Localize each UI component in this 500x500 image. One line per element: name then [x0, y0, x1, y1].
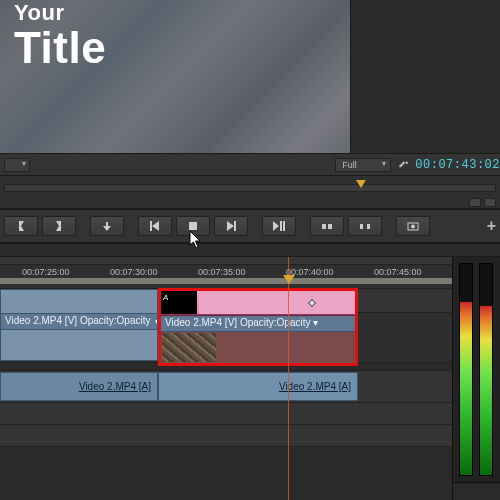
playhead-line[interactable] [288, 257, 289, 500]
time-label: 00:07:45:00 [372, 267, 452, 277]
title-line-2: Title [14, 26, 106, 70]
clip-name: Video 2.MP4 [A] [79, 381, 151, 392]
chevron-down-icon[interactable]: ▾ [313, 317, 318, 328]
track-a2[interactable] [0, 403, 452, 425]
zoom-level-dropdown[interactable] [4, 158, 30, 172]
program-timecode: 00:07:43:02 [415, 158, 500, 172]
meter-left [459, 263, 473, 476]
track-v1[interactable]: Video 2.MP4 [V] Opacity:Opacity ▾ Video … [0, 313, 452, 363]
svg-point-6 [411, 225, 415, 229]
selected-clip-group[interactable]: Video 2.MP4 [V] Opacity:Opacity ▾ [158, 288, 358, 366]
title-thumb-icon [161, 291, 197, 314]
play-stop-button[interactable] [176, 216, 210, 236]
button-editor-icon[interactable]: + [487, 217, 496, 235]
video-thumb-icon [162, 333, 216, 362]
track-a4[interactable] [0, 447, 452, 500]
step-forward-button[interactable] [214, 216, 248, 236]
output-button[interactable] [484, 198, 496, 207]
time-label: 00:07:25:00 [20, 267, 108, 277]
tracks-area: Video 2.MP4 [V] Opacity:Opacity ▾ Video … [0, 289, 452, 500]
settings-wrench-icon[interactable] [397, 159, 409, 171]
resolution-label: Full [342, 160, 357, 170]
time-label: 00:07:30:00 [108, 267, 196, 277]
svg-rect-1 [322, 224, 326, 229]
meter-right [479, 263, 493, 476]
export-frame-button[interactable] [396, 216, 430, 236]
mark-out-button[interactable] [42, 216, 76, 236]
time-ruler-labels: 00:07:25:00 00:07:30:00 00:07:35:00 00:0… [0, 267, 452, 277]
resolution-dropdown[interactable]: Full [335, 158, 391, 172]
transport-bar: + [0, 209, 500, 243]
scrub-track[interactable] [4, 184, 496, 192]
clip-name: Video 2.MP4 [V] [165, 317, 237, 328]
clip-name: Video 2.MP4 [A] [279, 381, 351, 392]
program-monitor-bar: Full 00:07:43:02 [0, 153, 500, 175]
mark-in-button[interactable] [4, 216, 38, 236]
clip-name: Video 2.MP4 [V] [5, 315, 77, 326]
keyframe-icon[interactable] [308, 298, 316, 306]
playhead-icon[interactable] [283, 275, 295, 284]
audio-clip[interactable]: Video 2.MP4 [A] [0, 372, 158, 401]
program-monitor: Your Title Full 00:07:43:02 [0, 0, 500, 175]
title-overlay: Your Title [14, 2, 106, 70]
video-clip[interactable]: Video 2.MP4 [V] Opacity:Opacity ▾ Video … [0, 289, 158, 361]
audio-clip[interactable]: Video 2.MP4 [A] [158, 372, 358, 401]
extract-button[interactable] [348, 216, 382, 236]
svg-rect-2 [328, 224, 332, 229]
timeline-panel[interactable]: 00:07:25:00 00:07:30:00 00:07:35:00 00:0… [0, 257, 452, 500]
time-ruler[interactable]: 00:07:25:00 00:07:30:00 00:07:35:00 00:0… [0, 257, 452, 289]
video-clip[interactable]: Video 2.MP4 [V] Opacity:Opacity ▾ [161, 315, 355, 363]
title-clip[interactable] [161, 291, 355, 315]
title-line-1: Your [14, 2, 106, 24]
lift-button[interactable] [310, 216, 344, 236]
program-frame[interactable]: Your Title [0, 0, 350, 155]
panel-divider[interactable] [0, 243, 500, 257]
svg-rect-4 [367, 224, 370, 229]
meter-footer [453, 482, 500, 500]
go-to-out-button[interactable] [262, 216, 296, 236]
safe-margins-button[interactable] [469, 198, 481, 207]
add-marker-button[interactable] [90, 216, 124, 236]
svg-rect-0 [189, 222, 197, 230]
step-back-button[interactable] [138, 216, 172, 236]
time-label: 00:07:40:00 [284, 267, 372, 277]
audio-meters [452, 257, 500, 500]
program-scrubber[interactable] [0, 175, 500, 209]
program-right-panel [350, 0, 500, 155]
time-label: 00:07:35:00 [196, 267, 284, 277]
svg-rect-3 [360, 224, 363, 229]
clip-effect: Opacity:Opacity [240, 317, 311, 328]
scrub-playhead-icon[interactable] [356, 180, 366, 188]
track-a1[interactable]: Video 2.MP4 [A] Video 2.MP4 [A] [0, 371, 452, 403]
chevron-down-icon[interactable]: ▾ [155, 317, 157, 326]
work-area-bar[interactable] [0, 278, 452, 284]
clip-effect: Opacity:Opacity [80, 315, 151, 326]
track-a3[interactable] [0, 425, 452, 447]
